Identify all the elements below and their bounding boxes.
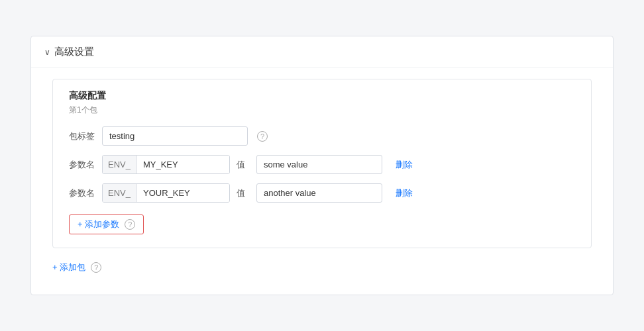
delete-param-button-0[interactable]: 删除 [393, 159, 415, 171]
add-package-help-icon: ? [91, 262, 101, 273]
param-row-0: 参数名 ENV_ 值 删除 [69, 155, 575, 174]
tag-help-icon: ? [257, 131, 268, 142]
add-param-button[interactable]: + 添加参数 ? [69, 214, 144, 234]
package-label: 第1个包 [69, 105, 575, 116]
add-package-label: + 添加包 [52, 261, 85, 273]
param-value-label-1: 值 [237, 187, 250, 199]
param-value-input-0[interactable] [256, 155, 382, 174]
param-key-input-wrap-1: ENV_ [102, 183, 230, 203]
param-key-input-1[interactable] [136, 184, 229, 202]
param-value-input-1[interactable] [256, 183, 382, 203]
add-param-help-icon: ? [125, 219, 135, 230]
param-prefix-0: ENV_ [103, 156, 136, 173]
param-prefix-1: ENV_ [103, 184, 136, 202]
chevron-icon: ∨ [44, 48, 50, 57]
param-key-input-0[interactable] [136, 156, 229, 173]
add-param-label: + 添加参数 [78, 218, 119, 230]
tag-input[interactable] [102, 126, 248, 146]
add-package-button[interactable]: + 添加包 ? [52, 261, 101, 273]
tag-label: 包标签 [69, 130, 95, 142]
delete-param-button-1[interactable]: 删除 [393, 187, 415, 199]
param-value-label-0: 值 [237, 159, 250, 171]
section-header[interactable]: ∨ 高级设置 [31, 36, 613, 68]
inner-card-title: 高级配置 [69, 90, 575, 102]
param-key-label-0: 参数名 [69, 159, 95, 171]
param-key-label-1: 参数名 [69, 187, 95, 199]
tag-field-row: 包标签 ? [69, 126, 575, 146]
param-key-input-wrap-0: ENV_ [102, 155, 230, 174]
add-param-row: + 添加参数 ? [69, 212, 575, 234]
section-body: 高级配置 第1个包 包标签 ? 参数名 ENV_ 值 删除 [31, 68, 613, 279]
advanced-settings-card: ∨ 高级设置 高级配置 第1个包 包标签 ? 参数名 ENV_ 值 删除 [30, 36, 614, 295]
inner-card: 高级配置 第1个包 包标签 ? 参数名 ENV_ 值 删除 [52, 79, 592, 248]
param-row-1: 参数名 ENV_ 值 删除 [69, 183, 575, 203]
section-title: 高级设置 [54, 46, 94, 58]
